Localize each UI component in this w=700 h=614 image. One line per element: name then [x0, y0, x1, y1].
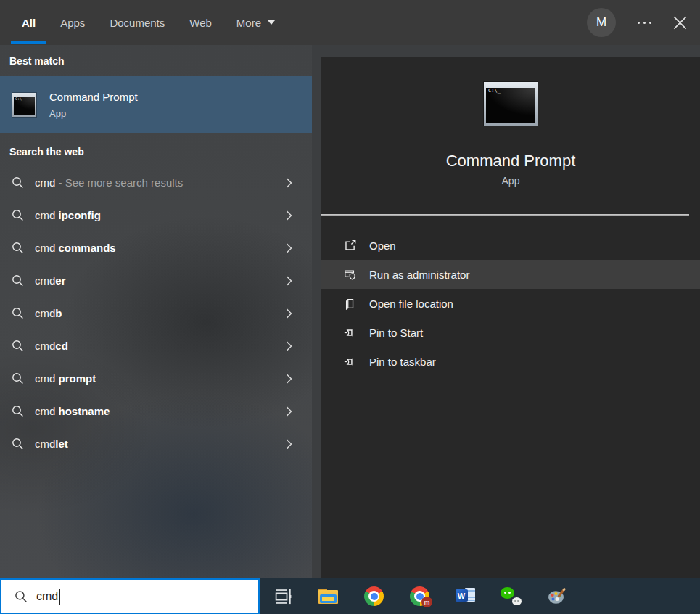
action-run-as-administrator[interactable]: Run as administrator — [321, 260, 700, 289]
close-icon[interactable] — [673, 16, 687, 30]
search-input[interactable]: cmd — [0, 578, 260, 614]
search-results-area: Best match C:\ Command Prompt App Search… — [0, 45, 700, 578]
chevron-right-icon[interactable] — [286, 341, 292, 351]
suggestion-text: cmd prompt — [35, 372, 286, 385]
run-as-administrator-icon — [343, 269, 356, 281]
tab-more[interactable]: More — [236, 0, 275, 45]
context-actions: Open Run as administrator Open file loca… — [321, 231, 700, 376]
command-prompt-icon: C:\_ — [484, 82, 538, 126]
paint-button[interactable] — [534, 578, 580, 614]
paint-icon — [547, 586, 567, 606]
topbar-right-controls: M — [587, 8, 687, 37]
search-input-value: cmd — [36, 590, 58, 603]
file-explorer-icon — [318, 589, 338, 604]
open-icon — [343, 240, 356, 252]
search-icon — [12, 438, 24, 450]
suggestion-text: cmdcd — [35, 340, 286, 352]
suggestion-text: cmder — [35, 274, 286, 287]
tab-more-label: More — [236, 17, 261, 29]
windows-search-flyout: All Apps Documents Web More M Best match… — [0, 0, 700, 614]
search-icon — [12, 405, 24, 417]
task-view-button[interactable] — [260, 578, 305, 614]
chrome-profile-button[interactable]: m — [397, 578, 442, 614]
action-pin-to-taskbar[interactable]: Pin to taskbar — [321, 347, 700, 376]
search-icon — [12, 176, 24, 189]
action-open-file-location[interactable]: Open file location — [321, 289, 700, 318]
tab-apps[interactable]: Apps — [60, 0, 85, 45]
chevron-right-icon[interactable] — [286, 374, 292, 384]
action-pin-to-start[interactable]: Pin to Start — [321, 318, 700, 347]
file-explorer-button[interactable] — [305, 578, 351, 614]
search-icon — [15, 590, 28, 603]
search-suggestion[interactable]: cmdb — [0, 297, 312, 329]
chrome-profile-icon: m — [410, 586, 429, 606]
chrome-icon — [364, 586, 384, 606]
chevron-right-icon[interactable] — [286, 178, 292, 188]
user-avatar[interactable]: M — [587, 8, 616, 37]
best-match-text: Command Prompt App — [49, 91, 138, 119]
tab-documents[interactable]: Documents — [110, 0, 165, 45]
chevron-right-icon[interactable] — [286, 276, 292, 286]
tab-documents-label: Documents — [110, 17, 165, 29]
chevron-right-icon[interactable] — [286, 308, 292, 319]
best-match-subtitle: App — [49, 108, 138, 119]
action-open[interactable]: Open — [321, 231, 700, 260]
action-label: Open — [369, 240, 396, 252]
app-title: Command Prompt — [321, 152, 700, 171]
wechat-icon — [501, 587, 522, 605]
tab-all-label: All — [22, 17, 36, 29]
search-icon — [12, 242, 24, 254]
search-suggestion[interactable]: cmdcd — [0, 329, 312, 362]
pin-icon — [343, 356, 356, 368]
search-suggestion[interactable]: cmd ipconfig — [0, 199, 312, 232]
word-icon: W — [456, 586, 476, 606]
search-suggestion[interactable]: cmd hostname — [0, 395, 312, 427]
word-button[interactable]: W — [442, 578, 488, 614]
profile-badge: m — [421, 597, 432, 607]
search-suggestion[interactable]: cmd prompt — [0, 362, 312, 395]
suggestion-text: cmd commands — [35, 242, 286, 254]
bottom-bar: cmd m W — [0, 578, 700, 614]
suggestion-text: cmd hostname — [35, 405, 286, 417]
divider — [321, 214, 689, 216]
taskbar: m W — [260, 578, 700, 614]
search-filter-tabbar: All Apps Documents Web More M — [0, 0, 700, 45]
suggestion-text: cmd ipconfig — [35, 209, 286, 221]
suggestion-text: cmdb — [35, 307, 286, 319]
tab-apps-label: Apps — [60, 17, 85, 29]
search-icon — [12, 372, 24, 385]
tab-all[interactable]: All — [22, 0, 36, 45]
filter-tabs: All Apps Documents Web More — [22, 0, 300, 45]
action-label: Open file location — [369, 298, 453, 310]
more-options-icon[interactable] — [636, 17, 653, 28]
web-suggestion-list: cmd - See more search results cmd ipconf… — [0, 166, 312, 460]
open-file-location-icon — [343, 298, 356, 310]
search-the-web-header: Search the web — [9, 146, 312, 160]
pin-icon — [343, 327, 356, 339]
results-panel: Best match C:\ Command Prompt App Search… — [0, 45, 312, 578]
action-label: Pin to taskbar — [369, 356, 436, 368]
search-suggestion[interactable]: cmder — [0, 264, 312, 297]
best-match-title: Command Prompt — [49, 91, 138, 103]
action-label: Run as administrator — [369, 269, 469, 281]
suggestion-text: cmd - See more search results — [35, 176, 286, 189]
search-suggestion[interactable]: cmd - See more search results — [0, 166, 312, 199]
detail-panel: C:\_ Command Prompt App Open — [321, 57, 700, 578]
search-icon — [12, 340, 24, 352]
search-icon — [12, 307, 24, 319]
chevron-right-icon[interactable] — [286, 406, 292, 417]
search-icon — [12, 274, 24, 287]
wechat-button[interactable] — [488, 578, 534, 614]
best-match-header: Best match — [9, 55, 312, 69]
chevron-right-icon[interactable] — [286, 439, 292, 449]
task-view-icon — [273, 587, 292, 606]
chrome-button[interactable] — [351, 578, 397, 614]
text-caret — [59, 589, 60, 605]
tab-web[interactable]: Web — [189, 0, 212, 45]
search-suggestion[interactable]: cmd commands — [0, 232, 312, 264]
search-suggestion[interactable]: cmdlet — [0, 427, 312, 460]
best-match-result[interactable]: C:\ Command Prompt App — [0, 76, 312, 133]
chevron-right-icon[interactable] — [286, 243, 292, 253]
tab-web-label: Web — [189, 17, 212, 29]
chevron-right-icon[interactable] — [286, 210, 292, 221]
